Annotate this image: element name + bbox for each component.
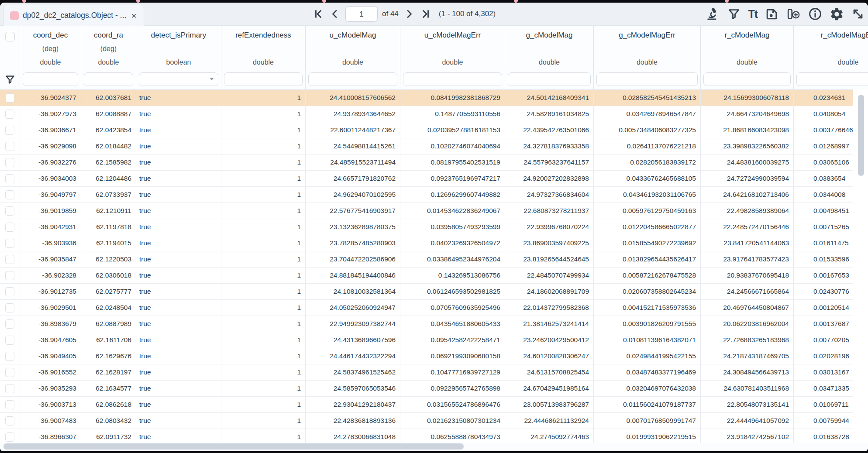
filter-input-r_cModelMag[interactable]: [703, 72, 791, 86]
cell-detect_isPrimary: true: [136, 397, 221, 412]
column-header-coord_ra[interactable]: coord_ra(deg)double: [81, 26, 136, 69]
cell-u_cModelMag: 22.576775416903917: [306, 203, 400, 219]
table-row[interactable]: -36.900371362.0862618true122.93041292180…: [0, 397, 868, 413]
filter-input-detect_isPrimary[interactable]: [139, 72, 218, 86]
vertical-scrollbar-thumb[interactable]: [858, 95, 864, 176]
row-checkbox[interactable]: [5, 126, 14, 135]
table-row[interactable]: -36.903400362.1204486true124.66571791820…: [0, 171, 868, 187]
row-checkbox[interactable]: [5, 93, 14, 103]
cell-u_cModelMagErr: 0.10477716939727129: [400, 364, 505, 380]
column-header-g_cModelMagErr[interactable]: g_cModelMagErrdouble: [594, 26, 701, 69]
first-page-button[interactable]: [312, 8, 324, 20]
column-header-detect_isPrimary[interactable]: detect_isPrimaryboolean: [136, 26, 221, 69]
table-row[interactable]: -36.904760562.1611706true124.43136896607…: [0, 332, 868, 348]
row-checkbox[interactable]: [5, 368, 14, 377]
cell-r_cModelMag: 24.24566671665864: [701, 284, 794, 299]
table-row[interactable]: -36.902950162.0248504true124.05025206092…: [0, 300, 868, 316]
table-row[interactable]: -36.90393662.1194015true123.782857485280…: [0, 235, 868, 251]
text-view-button[interactable]: Tt: [747, 7, 758, 21]
info-button[interactable]: [807, 6, 823, 22]
expand-button[interactable]: [851, 7, 865, 21]
row-checkbox[interactable]: [5, 190, 14, 199]
table-row[interactable]: -36.898367962.0887989true122.94992309738…: [0, 316, 868, 332]
cell-coord_ra: 62.0184482: [81, 138, 136, 154]
column-header-u_cModelMagErr[interactable]: u_cModelMagErrdouble: [400, 26, 505, 69]
table-row[interactable]: -36.896630762.0911732true124.27830066831…: [0, 429, 868, 443]
page-number-input[interactable]: [345, 6, 378, 22]
row-checkbox[interactable]: [5, 158, 14, 167]
microscope-button[interactable]: [705, 6, 721, 22]
table-row[interactable]: -36.904293162.1197818true123.13236289878…: [0, 219, 868, 235]
table-row[interactable]: -36.903227662.1585982true124.48591552371…: [0, 154, 868, 171]
column-header-r_cModelMagErr[interactable]: r_cModelMagErrdouble: [794, 26, 868, 69]
row-checkbox[interactable]: [5, 110, 14, 119]
row-checkbox[interactable]: [5, 223, 14, 232]
row-checkbox[interactable]: [5, 336, 14, 345]
row-checkbox[interactable]: [5, 271, 14, 280]
filter-input-u_cModelMagErr[interactable]: [403, 72, 502, 86]
filter-input-refExtendedness[interactable]: [224, 72, 303, 86]
table-row[interactable]: -36.900748362.0803432true122.42836818893…: [0, 413, 868, 429]
cell-detect_isPrimary: true: [136, 171, 221, 186]
column-header-g_cModelMag[interactable]: g_cModelMagdouble: [505, 26, 594, 69]
filter-input-u_cModelMag[interactable]: [308, 72, 397, 86]
settings-button[interactable]: [829, 6, 845, 22]
row-checkbox[interactable]: [5, 319, 14, 329]
row-checkbox[interactable]: [5, 400, 14, 409]
cell-g_cModelMagErr: 0.0282056183839172: [594, 154, 701, 170]
column-name: u_cModelMagErr: [424, 31, 481, 40]
cell-g_cModelMagErr: 0.01999319062219515: [594, 429, 701, 443]
add-column-button[interactable]: [785, 6, 802, 22]
table-row[interactable]: -36.902797362.0088887true124.93789343644…: [0, 106, 868, 122]
tab-close-button[interactable]: ×: [130, 11, 137, 20]
row-checkbox[interactable]: [5, 416, 14, 426]
column-header-coord_dec[interactable]: coord_dec(deg)double: [20, 26, 81, 69]
last-page-button[interactable]: [420, 8, 432, 20]
save-button[interactable]: [764, 7, 779, 22]
save-icon: [765, 7, 778, 21]
vertical-scrollbar[interactable]: [853, 89, 868, 443]
table-row[interactable]: -36.904940562.1629676true124.44617443232…: [0, 348, 868, 364]
table-row[interactable]: -36.901273562.0275777true124.10810032581…: [0, 284, 868, 300]
horizontal-scrollbar-thumb[interactable]: [3, 443, 464, 450]
table-row[interactable]: -36.904979762.0733937true124.96294070102…: [0, 187, 868, 203]
row-checkbox[interactable]: [5, 255, 14, 264]
prev-page-button[interactable]: [329, 8, 341, 20]
row-select-cell: [0, 90, 20, 106]
table-row[interactable]: -36.903584762.1220503true123.70447220258…: [0, 251, 868, 268]
row-checkbox[interactable]: [5, 384, 14, 393]
filter-input-coord_dec[interactable]: [23, 72, 78, 86]
column-name: coord_ra: [94, 31, 123, 40]
column-header-r_cModelMag[interactable]: r_cModelMagdouble: [701, 26, 794, 69]
filter-input-r_cModelMagErr[interactable]: [796, 72, 868, 86]
table-row[interactable]: -36.90232862.0306018true124.881845194400…: [0, 268, 868, 284]
cell-coord_ra: 62.0803432: [81, 413, 136, 429]
row-checkbox[interactable]: [5, 206, 14, 216]
row-checkbox[interactable]: [5, 303, 14, 312]
select-all-checkbox[interactable]: [5, 32, 15, 41]
table-row[interactable]: -36.903667162.0423854true122.60011244821…: [0, 122, 868, 138]
cell-detect_isPrimary: true: [136, 203, 221, 219]
row-checkbox[interactable]: [5, 352, 14, 361]
column-header-refExtendedness[interactable]: refExtendednessdouble: [221, 26, 306, 69]
filter-input-g_cModelMagErr[interactable]: [596, 72, 698, 86]
table-row[interactable]: -36.901985962.1210911true122.57677541690…: [0, 203, 868, 219]
tab-object-catalog[interactable]: dp02_dc2_catalogs.Object - ... ×: [3, 5, 144, 26]
cell-coord_ra: 62.1220503: [81, 251, 136, 267]
table-row[interactable]: -36.903529362.1634577true124.58597065053…: [0, 381, 868, 397]
row-checkbox[interactable]: [5, 432, 14, 442]
horizontal-scrollbar[interactable]: [0, 443, 868, 451]
row-checkbox[interactable]: [5, 239, 14, 248]
row-checkbox[interactable]: [5, 142, 14, 151]
filter-input-g_cModelMag[interactable]: [508, 72, 591, 86]
table-row[interactable]: -36.901655262.1628197true124.58374961525…: [0, 364, 868, 381]
tab-title: dp02_dc2_catalogs.Object - ...: [23, 11, 126, 20]
next-page-button[interactable]: [403, 8, 415, 20]
row-checkbox[interactable]: [5, 287, 14, 296]
filter-button[interactable]: [727, 7, 741, 21]
row-checkbox[interactable]: [5, 174, 14, 183]
column-header-u_cModelMag[interactable]: u_cModelMagdouble: [306, 26, 400, 69]
table-row[interactable]: -36.902909862.0184482true124.54498814415…: [0, 138, 868, 154]
table-row[interactable]: -36.902437762.0037681true124.41000815760…: [0, 90, 868, 106]
filter-input-coord_ra[interactable]: [84, 72, 133, 86]
